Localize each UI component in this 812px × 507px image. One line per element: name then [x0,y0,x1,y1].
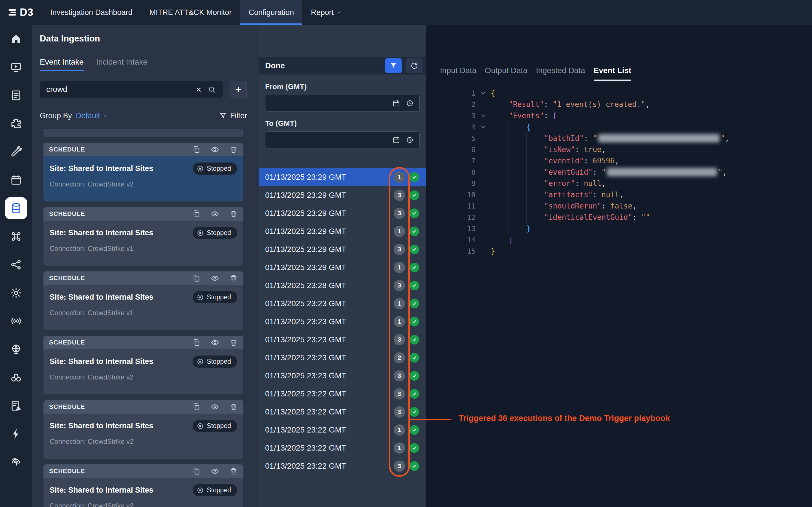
copy-icon[interactable] [192,145,200,154]
trash-icon[interactable] [229,145,238,154]
job-timestamp: 01/13/2025 23:29 GMT [265,173,346,182]
tab-input-data[interactable]: Input Data [440,65,476,81]
eye-icon[interactable] [211,210,219,218]
job-row[interactable]: 01/13/2025 23:22 GMT 1 [259,439,426,457]
sidebar-item-media[interactable] [0,53,32,81]
eye-icon[interactable] [211,403,219,411]
copy-icon[interactable] [192,403,200,411]
nav-item-label: Configuration [249,8,294,17]
job-row[interactable]: 01/13/2025 23:29 GMT 3 [259,186,426,204]
job-row[interactable]: 01/13/2025 23:23 GMT 2 [259,349,426,367]
sidebar-item-puzzle[interactable] [0,109,32,138]
sidebar-item-report[interactable] [0,81,32,109]
schedule-card[interactable]: SCHEDULE Site: Shared to Internal Sites … [44,464,243,507]
stop-icon [197,165,204,172]
schedule-card[interactable]: SCHEDULE Site: Shared to Internal Sites … [44,400,243,459]
sidebar-item-calendar[interactable] [0,166,32,194]
clear-search-icon[interactable]: × [196,84,201,94]
schedule-card[interactable]: SCHEDULE Site: Shared to Internal Sites … [44,271,243,330]
nav-item-investigation-dashboard[interactable]: Investigation Dashboard [42,0,141,25]
trash-icon[interactable] [229,467,238,475]
job-row[interactable]: 01/13/2025 23:23 GMT 3 [259,331,426,349]
line-number: 4 [426,123,476,131]
trash-icon[interactable] [229,338,238,347]
sidebar-item-fingerprint[interactable] [0,448,32,476]
home-icon [5,28,27,50]
sidebar-item-broadcast[interactable] [0,307,32,335]
add-intake-button[interactable]: + [230,81,247,98]
refresh-button[interactable] [406,58,423,73]
eye-icon[interactable] [211,145,219,154]
job-row[interactable]: 01/13/2025 23:23 GMT 1 [259,294,426,313]
job-row[interactable]: 01/13/2025 23:29 GMT 1 [259,259,426,277]
job-row[interactable]: 01/13/2025 23:29 GMT 3 [259,240,426,259]
tab-ingested-data[interactable]: Ingested Data [536,65,585,81]
partial-card[interactable] [44,129,243,137]
job-row[interactable]: 01/13/2025 23:29 GMT 3 [259,204,426,222]
code-line: 3 "Events": [ [426,110,812,121]
clock-icon[interactable] [406,136,414,144]
group-by-select[interactable]: Default [76,111,108,120]
funnel-filled-icon [389,62,397,70]
tab-incident-intake[interactable]: Incident Intake [96,58,147,71]
job-row[interactable]: 01/13/2025 23:23 GMT 1 [259,313,426,331]
job-row[interactable]: 01/13/2025 23:23 GMT 3 [259,367,426,385]
copy-icon[interactable] [192,338,200,347]
tab-event-intake[interactable]: Event Intake [40,58,84,71]
schedule-card[interactable]: SCHEDULE Site: Shared to Internal Sites … [44,143,243,202]
queue-filter-button[interactable] [385,58,401,73]
job-row[interactable]: 01/13/2025 23:29 GMT 1 [259,222,426,240]
sidebar-item-audit[interactable] [0,392,32,420]
sidebar-item-home[interactable] [0,25,32,53]
d3-logo[interactable]: D3 [7,0,33,25]
sidebar-item-lightning[interactable] [0,420,32,448]
calendar-icon[interactable] [392,136,400,144]
sidebar-item-database[interactable] [0,194,32,222]
copy-icon[interactable] [192,467,200,475]
schedule-card[interactable]: SCHEDULE Site: Shared to Internal Sites … [44,207,243,266]
nav-item-mitre-att-ck-monitor[interactable]: MITRE ATT&CK Monitor [141,0,240,25]
sidebar-item-globe[interactable] [0,335,32,363]
search-box[interactable]: × [40,81,223,98]
to-gmt-input[interactable] [265,131,420,149]
trash-icon[interactable] [229,210,238,218]
copy-icon[interactable] [192,274,200,282]
job-row[interactable]: 01/13/2025 23:22 GMT 3 [259,385,426,403]
tab-event-list[interactable]: Event List [594,65,631,81]
eye-icon[interactable] [211,338,219,347]
fold-chevron-icon[interactable] [476,90,491,97]
job-row[interactable]: 01/13/2025 23:22 GMT 3 [259,457,426,475]
event-count-badge: 3 [394,388,405,399]
intake-panel: Event IntakeIncident Intake × + Group By… [32,51,259,507]
job-row[interactable]: 01/13/2025 23:22 GMT 3 [259,403,426,421]
sidebar-item-command[interactable] [0,222,32,250]
job-timestamp: 01/13/2025 23:22 GMT [265,407,346,416]
fold-chevron-icon[interactable] [476,112,491,119]
nav-item-report[interactable]: Report [302,0,351,25]
job-row[interactable]: 01/13/2025 23:28 GMT 3 [259,277,426,294]
card-connection: Connection: CrowdStrike v1 [50,244,237,252]
schedule-card[interactable]: SCHEDULE Site: Shared to Internal Sites … [44,336,243,394]
sidebar-item-gear[interactable] [0,279,32,307]
code-line: 10 "artifacts": null, [426,189,812,200]
calendar-icon[interactable] [392,99,400,107]
tab-output-data[interactable]: Output Data [485,65,527,81]
job-row[interactable]: 01/13/2025 23:22 GMT 1 [259,421,426,439]
clock-icon[interactable] [406,99,414,107]
sidebar-item-binoculars[interactable] [0,363,32,392]
nav-item-configuration[interactable]: Configuration [240,0,303,25]
search-input[interactable] [40,81,223,98]
filter-button[interactable]: Filter [220,111,247,120]
sidebar-item-share[interactable] [0,250,32,279]
fold-chevron-icon[interactable] [476,124,491,130]
copy-icon[interactable] [192,210,200,218]
search-icon[interactable] [207,85,216,94]
eye-icon[interactable] [211,467,219,475]
trash-icon[interactable] [229,274,238,282]
job-row[interactable]: 01/13/2025 23:29 GMT 1 [259,168,426,186]
card-actions [192,403,238,411]
eye-icon[interactable] [211,274,219,282]
sidebar-item-tools[interactable] [0,138,32,166]
trash-icon[interactable] [229,403,238,411]
from-gmt-input[interactable] [265,95,420,112]
